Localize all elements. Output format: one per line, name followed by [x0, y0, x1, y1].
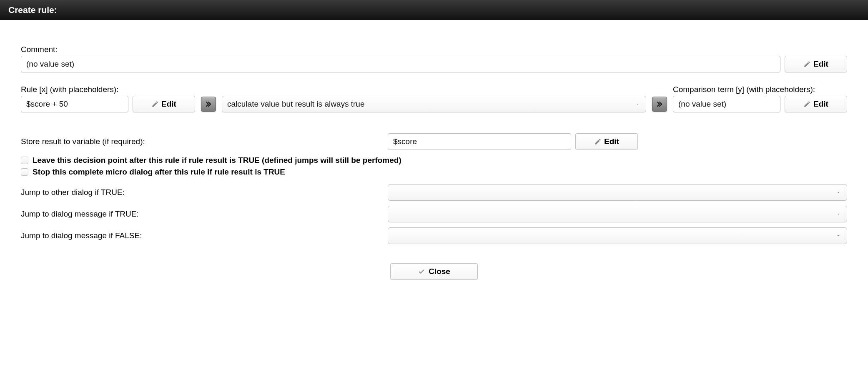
- rule-x-label: Rule [x] (with placeholders):: [21, 85, 195, 94]
- comment-value: (no value set): [21, 56, 780, 72]
- rule-x-edit-label: Edit: [161, 100, 176, 109]
- comparator-select[interactable]: calculate value but result is always tru…: [222, 96, 646, 112]
- jump-dialog-true-label: Jump to other dialog if TRUE:: [21, 188, 384, 197]
- rule-x-edit-button[interactable]: Edit: [133, 96, 195, 112]
- double-chevron-right-icon: [204, 100, 213, 108]
- rule-y-label: Comparison term [y] (with placeholders):: [673, 85, 847, 94]
- pencil-icon: [151, 100, 159, 108]
- arrow-right-button-2[interactable]: [652, 97, 667, 112]
- dialog-body: Comment: (no value set) Edit Rule [x] (w…: [0, 20, 868, 292]
- close-label: Close: [429, 267, 450, 276]
- rule-y-value: (no value set): [673, 96, 780, 112]
- store-value: $score: [388, 133, 571, 150]
- comparator-selected: calculate value but result is always tru…: [227, 100, 365, 109]
- stop-dialog-label: Stop this complete micro dialog after th…: [33, 167, 285, 177]
- chevron-down-icon: [635, 102, 640, 107]
- comment-label: Comment:: [21, 45, 847, 54]
- double-chevron-right-icon: [655, 100, 664, 108]
- jump-dialog-true-select[interactable]: [388, 184, 847, 201]
- comment-edit-button[interactable]: Edit: [785, 56, 847, 72]
- stop-dialog-checkbox[interactable]: [21, 168, 28, 176]
- rule-x-value: $score + 50: [21, 96, 128, 112]
- store-edit-label: Edit: [604, 137, 619, 146]
- check-icon: [418, 268, 425, 275]
- pencil-icon: [594, 138, 602, 145]
- dialog-header: Create rule:: [0, 0, 868, 20]
- jump-msg-false-label: Jump to dialog message if FALSE:: [21, 231, 384, 240]
- leave-decision-label: Leave this decision point after this rul…: [33, 156, 401, 165]
- chevron-down-icon: [836, 212, 841, 217]
- rule-y-edit-button[interactable]: Edit: [785, 96, 847, 112]
- rule-y-edit-label: Edit: [813, 100, 828, 109]
- chevron-down-icon: [836, 233, 841, 238]
- jump-msg-true-select[interactable]: [388, 206, 847, 222]
- jump-msg-true-label: Jump to dialog message if TRUE:: [21, 209, 384, 219]
- store-label: Store result to variable (if required):: [21, 137, 384, 146]
- chevron-down-icon: [836, 190, 841, 195]
- close-button[interactable]: Close: [390, 263, 478, 280]
- leave-decision-checkbox[interactable]: [21, 157, 28, 164]
- pencil-icon: [803, 100, 811, 108]
- dialog-title: Create rule:: [8, 5, 57, 15]
- comment-edit-label: Edit: [813, 60, 828, 69]
- pencil-icon: [803, 60, 811, 68]
- jump-msg-false-select[interactable]: [388, 227, 847, 244]
- store-edit-button[interactable]: Edit: [575, 133, 638, 150]
- arrow-right-button-1[interactable]: [201, 97, 216, 112]
